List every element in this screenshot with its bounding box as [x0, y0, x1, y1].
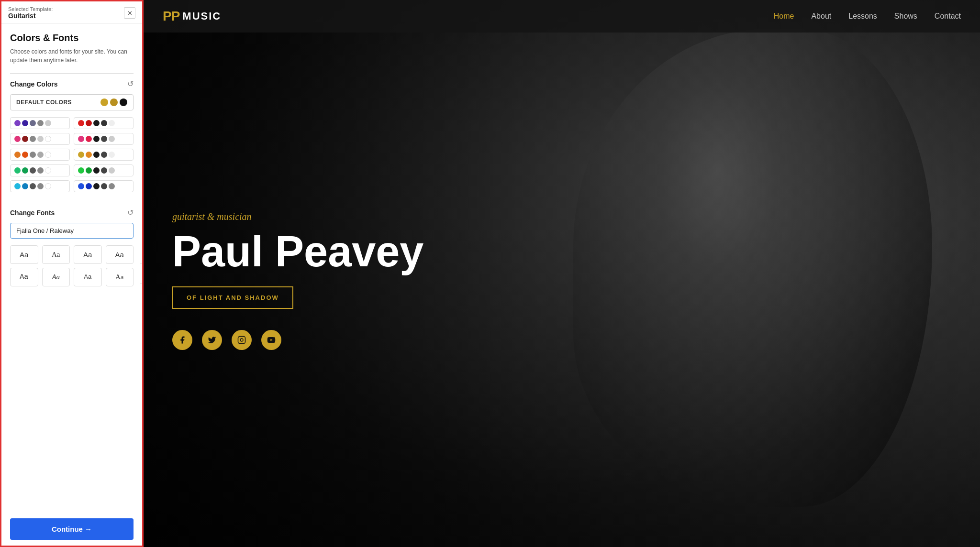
palette-dot [86, 183, 92, 189]
palette-dot [30, 183, 36, 189]
preview-panel: PP MUSIC Home About Lessons Shows Contac… [144, 0, 980, 547]
brand-music: MUSIC [182, 10, 221, 22]
social-icons [172, 330, 423, 350]
palette-dot [78, 136, 84, 142]
palette-dot [45, 120, 51, 126]
palette-dot [45, 152, 51, 158]
palette-dot [30, 120, 36, 126]
palette-item-orange[interactable] [10, 149, 70, 161]
palette-dot [22, 136, 28, 142]
nav-contact[interactable]: Contact [935, 12, 961, 21]
panel-content: Colors & Fonts Choose colors and fonts f… [1, 24, 142, 518]
preview-navbar: PP MUSIC Home About Lessons Shows Contac… [144, 0, 980, 33]
font-item-2[interactable]: Aa [42, 245, 70, 264]
palette-dot [101, 183, 107, 189]
palette-dot [14, 167, 21, 174]
palette-dot [14, 152, 21, 158]
palette-item-green-light[interactable] [10, 164, 70, 176]
palette-dot [45, 183, 51, 189]
nav-lessons[interactable]: Lessons [848, 12, 877, 21]
palette-dot [93, 120, 100, 126]
palette-item-pink-dark[interactable] [10, 133, 70, 145]
palette-dot [78, 167, 84, 174]
palette-dot [14, 183, 21, 189]
font-item-4[interactable]: Aa [106, 245, 134, 264]
palette-dot [30, 136, 36, 142]
change-colors-header: Change Colors ↺ [10, 79, 134, 88]
palette-item-blue-dark[interactable] [74, 180, 134, 192]
brand-logo: PP MUSIC [163, 9, 221, 24]
hero-cta-button[interactable]: OF LIGHT AND SHADOW [172, 286, 293, 309]
font-pair-label: Fjalla One / Raleway [16, 227, 74, 234]
instagram-icon[interactable] [232, 330, 252, 350]
palette-dot [78, 152, 84, 158]
palette-dot [86, 120, 92, 126]
font-item-6[interactable]: Aa [42, 268, 70, 286]
panel-title: Colors & Fonts [10, 33, 134, 44]
default-dot-1 [100, 98, 108, 106]
default-dot-3 [120, 98, 127, 106]
font-item-5[interactable]: Aa [10, 268, 38, 286]
template-info: Selected Template: Guitarist [8, 6, 53, 20]
palette-grid [10, 117, 134, 192]
selected-template-label: Selected Template: [8, 6, 53, 12]
svg-rect-0 [238, 337, 245, 344]
change-colors-title: Change Colors [10, 80, 58, 88]
colors-reset-icon[interactable]: ↺ [127, 79, 134, 88]
template-name-value: Guitarist [8, 12, 53, 20]
font-item-7[interactable]: Aa [74, 268, 102, 286]
font-item-1[interactable]: Aa [10, 245, 38, 264]
fonts-reset-icon[interactable]: ↺ [127, 208, 134, 217]
palette-item-gold[interactable] [74, 149, 134, 161]
palette-dot [37, 183, 44, 189]
nav-about[interactable]: About [811, 12, 831, 21]
palette-item-pink-red[interactable] [74, 133, 134, 145]
palette-dot [30, 167, 36, 174]
nav-links: Home About Lessons Shows Contact [774, 12, 961, 21]
palette-item-green-dark[interactable] [74, 164, 134, 176]
palette-dot [86, 152, 92, 158]
palette-dot [101, 152, 107, 158]
palette-dot [22, 183, 28, 189]
palette-dot [78, 183, 84, 189]
palette-dot [78, 120, 84, 126]
continue-button[interactable]: Continue → [10, 518, 134, 540]
palette-dot [109, 120, 115, 126]
hero-content: guitarist & musician Paul Peavey OF LIGH… [172, 197, 423, 350]
palette-dot [37, 152, 44, 158]
palette-dot [101, 167, 107, 174]
palette-item-red[interactable] [74, 117, 134, 129]
hero-subtitle: guitarist & musician [172, 211, 423, 222]
youtube-icon[interactable] [261, 330, 281, 350]
twitter-icon[interactable] [202, 330, 222, 350]
default-colors-row[interactable]: DEFAULT COLORS [10, 94, 134, 110]
palette-dot [93, 152, 100, 158]
font-item-8[interactable]: Aa [106, 268, 134, 286]
default-colors-label: DEFAULT COLORS [16, 99, 99, 106]
palette-dot [109, 167, 115, 174]
palette-dot [37, 120, 44, 126]
panel-subtitle: Choose colors and fonts for your site. Y… [10, 47, 134, 65]
nav-home[interactable]: Home [774, 12, 794, 21]
font-item-3[interactable]: Aa [74, 245, 102, 264]
collapse-panel-button[interactable]: ‹ [140, 263, 144, 284]
hero-title: Paul Peavey [172, 230, 423, 273]
palette-dot [45, 167, 51, 174]
nav-shows[interactable]: Shows [894, 12, 917, 21]
palette-dot [22, 120, 28, 126]
palette-item-purple[interactable] [10, 117, 70, 129]
palette-item-cyan[interactable] [10, 180, 70, 192]
default-dot-2 [110, 98, 118, 106]
palette-dot [37, 167, 44, 174]
selected-template-bar: Selected Template: Guitarist ✕ [1, 1, 142, 24]
font-grid: Aa Aa Aa Aa Aa Aa Aa Aa [10, 245, 134, 286]
palette-dot [93, 167, 100, 174]
close-button[interactable]: ✕ [124, 7, 135, 19]
palette-dot [101, 136, 107, 142]
palette-dot [22, 152, 28, 158]
palette-dot [86, 136, 92, 142]
palette-dot [109, 183, 115, 189]
palette-dot [14, 120, 21, 126]
font-pair-selector[interactable]: Fjalla One / Raleway [10, 223, 134, 239]
facebook-icon[interactable] [172, 330, 192, 350]
